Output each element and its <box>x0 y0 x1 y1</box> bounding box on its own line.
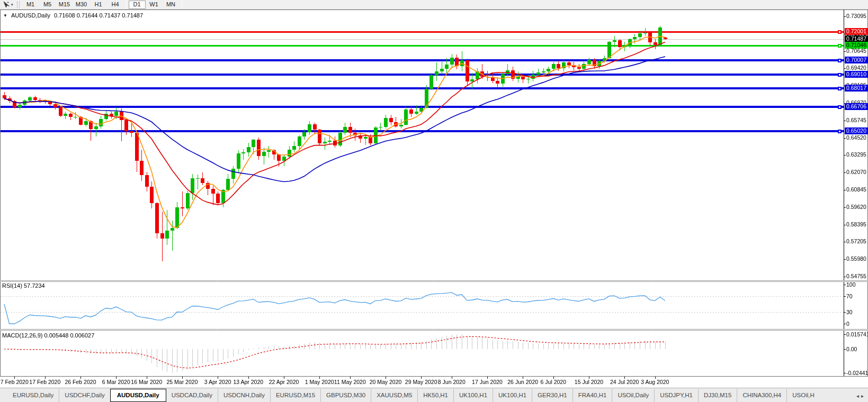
price-level-label-support-line[interactable]: 0.71046 <box>845 42 868 49</box>
timeframe-buttons: M1M5M15M30H1H4D1W1MN <box>22 1 184 9</box>
chart-tab-usdchf-daily[interactable]: USDCHF,Daily <box>59 389 110 402</box>
price-axis-tick: 0.57205 <box>846 238 868 245</box>
chart-tab-usdjpy-h1[interactable]: USDJPY,H1 <box>654 389 698 402</box>
chart-tab-gbpusd-m30[interactable]: GBPUSD,M30 <box>320 389 371 402</box>
chart-title: ▼ AUDUSD,Daily 0.71608 0.71644 0.71437 0… <box>3 12 143 19</box>
chart-dropdown-icon: ▼ <box>3 13 7 18</box>
chart-canvas[interactable] <box>0 0 868 402</box>
rsi-axis-tick: 70 <box>846 293 868 300</box>
price-axis-tick: 0.55980 <box>846 255 868 262</box>
price-axis-tick: 0.60845 <box>846 186 868 193</box>
chart-tab-hk50-h1[interactable]: HK50,H1 <box>417 389 453 402</box>
price-level-label-support-line[interactable]: 0.66706 <box>845 103 868 110</box>
date-axis-label: 25 Mar 2020 <box>163 379 202 385</box>
date-axis-label: 20 May 2020 <box>366 379 405 385</box>
price-level-label-support-line[interactable]: 0.68017 <box>845 85 868 92</box>
date-axis-label: 11 May 2020 <box>330 379 370 385</box>
timeframe-button-d1[interactable]: D1 <box>129 1 146 9</box>
price-axis-tick: 0.65745 <box>846 117 868 124</box>
chart-tab-bar: EURUSD,DailyUSDCHF,DailyAUDUSD,DailyUSDC… <box>0 388 868 402</box>
toolbar-separator <box>126 1 127 8</box>
price-level-label-support-line[interactable]: 0.69010 <box>845 71 868 78</box>
chart-tab-uk100-h1[interactable]: UK100,H1 <box>493 389 532 402</box>
timeframe-button-m5[interactable]: M5 <box>39 1 56 9</box>
tabs-scroll-left-icon[interactable]: ◂ <box>856 393 861 399</box>
rsi-axis-tick: 30 <box>846 309 868 316</box>
chart-tab-dj30-m15[interactable]: DJ30,M15 <box>698 389 737 402</box>
date-axis-label: 8 Jun 2020 <box>432 379 471 385</box>
price-level-label-support-line[interactable]: 0.65020 <box>845 127 868 134</box>
toolbar-grip[interactable] <box>17 2 20 8</box>
chart-tab-usoil-daily[interactable]: USOil,Daily <box>612 389 654 402</box>
chart-tab-ger30-h1[interactable]: GER30,H1 <box>532 389 572 402</box>
macd-axis-tick: 0.00 <box>846 346 868 353</box>
timeframe-button-h1[interactable]: H1 <box>90 1 107 9</box>
macd-axis-tick: -0.024412 <box>846 370 868 377</box>
date-axis-label: 6 Jul 2020 <box>534 379 573 385</box>
chart-ohlc-values: 0.71608 0.71644 0.71437 0.71487 <box>54 12 143 19</box>
toolbar-separator <box>182 1 182 8</box>
cursor-draw-tool-button[interactable]: ▾ <box>0 1 15 9</box>
price-axis-tick: 0.73095 <box>846 13 868 20</box>
timeframe-button-m30[interactable]: M30 <box>73 1 90 9</box>
macd-indicator-label: MACD(12,26,9) 0.005448 0.006027 <box>2 332 94 339</box>
date-axis-label: 15 Jul 2020 <box>569 379 609 385</box>
chart-tab-xauusd-m5[interactable]: XAUUSD,M5 <box>371 389 417 402</box>
price-axis-tick: 0.54755 <box>846 273 868 280</box>
date-axis-label: 17 Jun 2020 <box>468 379 507 385</box>
chart-symbol-label: AUDUSD,Daily <box>11 12 50 19</box>
chevron-down-icon: ▾ <box>11 3 13 7</box>
price-axis-tick: 0.64520 <box>846 134 868 141</box>
timeframe-button-w1[interactable]: W1 <box>146 1 163 9</box>
date-axis-label: 17 Feb 2020 <box>25 379 65 385</box>
chart-tab-fra40-h1[interactable]: FRA40,H1 <box>572 389 612 402</box>
price-axis-tick: 0.63295 <box>846 151 868 158</box>
toolbar: ▾ M1M5M15M30H1H4D1W1MN <box>0 0 868 10</box>
timeframe-button-m1[interactable]: M1 <box>22 1 39 9</box>
rsi-axis-tick: 100 <box>846 281 868 288</box>
price-axis-tick: 0.58395 <box>846 221 868 228</box>
date-axis-label: 3 Aug 2020 <box>636 379 675 385</box>
timeframe-button-m15[interactable]: M15 <box>56 1 73 9</box>
chart-tab-usoil-h[interactable]: USOil,H <box>786 389 820 402</box>
chart-tab-usdcad-daily[interactable]: USDCAD,Daily <box>166 389 218 402</box>
timeframe-button-h4[interactable]: H4 <box>107 1 124 9</box>
timeframe-button-mn[interactable]: MN <box>163 1 180 9</box>
cursor-draw-icon <box>3 1 10 8</box>
price-level-label-support-line[interactable]: 0.70007 <box>845 57 868 63</box>
macd-axis-tick: 0.015741 <box>846 331 868 338</box>
chart-tab-audusd-daily[interactable]: AUDUSD,Daily <box>110 389 166 402</box>
price-axis-tick: 0.62070 <box>846 169 868 176</box>
price-axis-tick: 0.59620 <box>846 204 868 211</box>
chart-tab-eurusd-m15[interactable]: EURUSD,M15 <box>270 389 320 402</box>
date-axis-label: 16 Mar 2020 <box>127 379 166 385</box>
date-axis-label: 13 Apr 2020 <box>229 379 268 385</box>
rsi-axis-tick: 0 <box>846 321 868 327</box>
rsi-indicator-label: RSI(14) 57.7234 <box>2 282 45 289</box>
chart-tab-eurusd-daily[interactable]: EURUSD,Daily <box>7 389 59 402</box>
price-level-label-resistance-line[interactable]: 0.72001 <box>845 28 868 35</box>
date-axis-label: 22 Apr 2020 <box>264 379 303 385</box>
date-axis-label: 26 Feb 2020 <box>61 379 100 385</box>
chart-tab-usdcnh-daily[interactable]: USDCNH,Daily <box>218 389 270 402</box>
chart-tab-china300-h4[interactable]: CHINA300,H4 <box>737 389 786 402</box>
chart-tab-uk100-h1[interactable]: UK100,H1 <box>453 389 493 402</box>
tab-scroll-controls: ◂▸ <box>856 393 866 399</box>
tabs-scroll-right-icon[interactable]: ▸ <box>861 393 866 399</box>
